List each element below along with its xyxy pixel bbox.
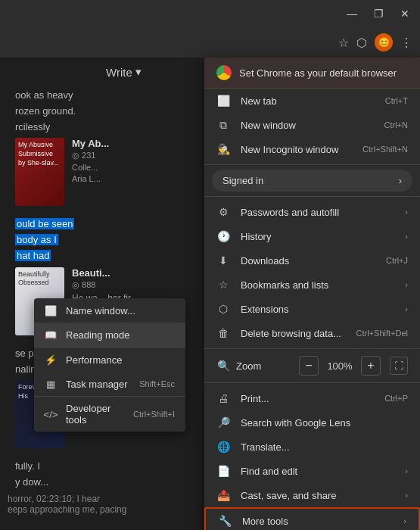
devtools-icon: </> [45, 408, 57, 420]
reading-mode-item[interactable]: 📖 Reading mode [34, 323, 185, 347]
passwords-icon: ⚙ [216, 205, 230, 219]
minimize-button[interactable]: — [342, 6, 362, 21]
new-incognito-item[interactable]: 🕵 New Incognito window Ctrl+Shift+N [204, 137, 420, 161]
address-bar: ☆ ⬡ 😊 ⋮ [0, 27, 420, 58]
incognito-icon: 🕵 [216, 142, 230, 156]
chrome-logo-icon [216, 65, 232, 80]
body-text-2: rozen ground. [15, 105, 76, 117]
cast-icon: 📤 [216, 488, 230, 502]
divider-1 [204, 164, 420, 165]
highlight-body: body as I [15, 234, 58, 245]
more-tools-icon: 🔧 [218, 514, 232, 528]
downloads-icon: ⬇ [216, 254, 230, 267]
zoom-icon: 🔍 [216, 359, 230, 373]
divider-2 [204, 196, 420, 197]
new-tab-item[interactable]: ⬜ New tab Ctrl+T [204, 89, 420, 113]
reading-mode-icon: 📖 [45, 329, 57, 341]
write-button[interactable]: Write ▾ [106, 65, 142, 79]
new-window-icon: ⧉ [216, 118, 230, 132]
chrome-menu: Set Chrome as your default browser ⬜ New… [204, 58, 420, 530]
delete-browsing-item[interactable]: 🗑 Delete browsing data... Ctrl+Shift+Del [204, 321, 420, 345]
book-cover-1: My AbusiveSubmissiveby She-slav... [15, 138, 64, 206]
more-tools-item[interactable]: 🔧 More tools › [204, 507, 420, 530]
default-browser-banner[interactable]: Set Chrome as your default browser [204, 58, 420, 89]
extensions-icon[interactable]: ⬡ [356, 36, 367, 50]
body-text-3: rcilessly [15, 121, 50, 132]
fullscreen-button[interactable]: ⛶ [390, 357, 408, 375]
print-item[interactable]: 🖨 Print... Ctrl+P [204, 386, 420, 410]
name-window-item[interactable]: ⬜ Name window... [34, 298, 185, 323]
zoom-value: 100% [325, 360, 355, 372]
extensions-item[interactable]: ⬡ Extensions › [204, 297, 420, 321]
new-window-item[interactable]: ⧉ New window Ctrl+N [204, 113, 420, 137]
context-menu: ⬜ Name window... 📖 Reading mode ⚡ Perfor… [34, 298, 185, 432]
footer-text: horror, 02:23:10; I hear eeps approachin… [8, 494, 126, 515]
task-manager-icon: ▦ [45, 378, 57, 390]
developer-tools-item[interactable]: </> Developer tools Ctrl+Shift+I [34, 397, 185, 432]
banner-text: Set Chrome as your default browser [239, 67, 397, 79]
restore-button[interactable]: ❐ [369, 6, 388, 21]
performance-icon: ⚡ [45, 354, 57, 366]
task-manager-item[interactable]: ▦ Task manager Shift+Esc [34, 372, 185, 396]
bookmarks-item[interactable]: ☆ Bookmarks and lists › [204, 273, 420, 297]
highlight-had: hat had [15, 250, 51, 261]
extensions-menu-icon: ⬡ [216, 302, 230, 316]
translate-item[interactable]: 🌐 Translate... [204, 435, 420, 459]
print-icon: 🖨 [216, 391, 230, 405]
body-text-1: ook as heavy [15, 89, 73, 101]
window-icon: ⬜ [45, 304, 57, 316]
find-icon: 📄 [216, 464, 230, 478]
bookmarks-icon: ☆ [216, 278, 230, 292]
history-item[interactable]: 🕐 History › [204, 224, 420, 248]
profile-avatar[interactable]: 😊 [375, 33, 393, 51]
signed-in-button[interactable]: Signed in › [212, 170, 412, 192]
highlight-seen: ould be seen [15, 218, 74, 229]
delete-icon: 🗑 [216, 326, 230, 340]
menu-icon[interactable]: ⋮ [400, 36, 412, 50]
find-edit-item[interactable]: 📄 Find and edit › [204, 459, 420, 483]
history-icon: 🕐 [216, 229, 230, 243]
bookmark-icon[interactable]: ☆ [338, 36, 349, 50]
lens-icon: 🔎 [216, 416, 230, 429]
close-button[interactable]: ✕ [396, 6, 414, 21]
body-text-highlight: ould be seen body as I hat had [15, 218, 74, 261]
new-tab-icon: ⬜ [216, 94, 230, 108]
cast-save-item[interactable]: 📤 Cast, save, and share › [204, 483, 420, 507]
browser-titlebar: — ❐ ✕ [0, 0, 420, 27]
zoom-plus-button[interactable]: + [361, 356, 381, 376]
passwords-item[interactable]: ⚙ Passwords and autofill › [204, 200, 420, 224]
translate-icon: 🌐 [216, 440, 230, 454]
divider-4 [204, 382, 420, 383]
downloads-item[interactable]: ⬇ Downloads Ctrl+J [204, 248, 420, 273]
performance-item[interactable]: ⚡ Performance [34, 348, 185, 372]
zoom-row: 🔍 Zoom − 100% + ⛶ [204, 352, 420, 379]
divider-3 [204, 348, 420, 349]
zoom-minus-button[interactable]: − [299, 356, 319, 376]
search-lens-item[interactable]: 🔎 Search with Google Lens [204, 410, 420, 435]
